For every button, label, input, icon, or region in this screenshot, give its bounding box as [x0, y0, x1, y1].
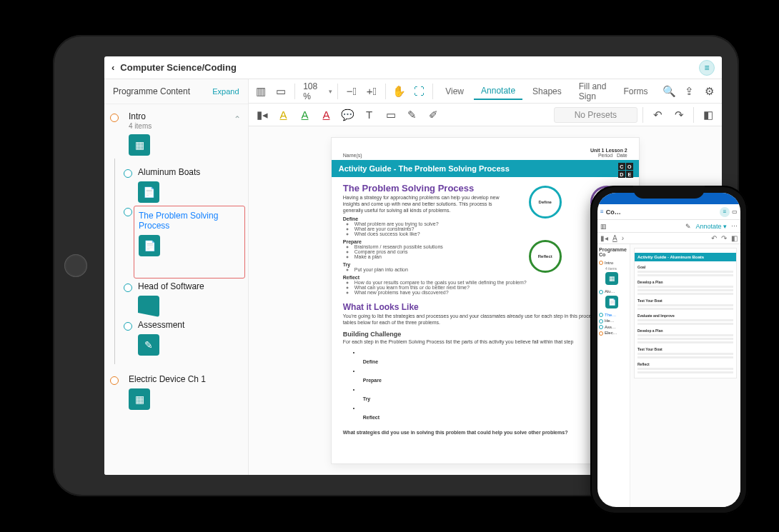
phone-sidebar: Programme Co Intro 4 items ▦ Alu… 📄 The……	[597, 244, 630, 507]
phone-document: Activity Guide - Aluminum Boats Goal Dev…	[634, 248, 737, 378]
tab-forms[interactable]: Forms	[616, 84, 655, 99]
highlight-yellow-icon[interactable]: A	[274, 106, 293, 124]
phone-note-icon[interactable]: ▮◂	[600, 234, 608, 242]
node-title: The Problem Solving Process	[139, 211, 218, 231]
thumbnails-icon[interactable]: ▥	[253, 82, 270, 101]
phone-drawer-button[interactable]: ≡	[720, 207, 730, 217]
callout-icon[interactable]: ▭	[382, 106, 400, 124]
sidebar-header: Programme Content Expand	[104, 79, 248, 104]
bullet-icon	[124, 208, 132, 216]
settings-icon[interactable]: ⚙	[700, 82, 718, 101]
phone-more-icon[interactable]: ⋯	[731, 223, 738, 230]
marker-tool-icon[interactable]: ✐	[425, 106, 443, 124]
layout-icon[interactable]: ▭	[732, 209, 738, 215]
pen-tool-icon[interactable]: ✎	[403, 106, 422, 124]
doc-step-labels: • Define • Prepare • Try • Reflect	[343, 350, 627, 420]
phone-eraser-icon[interactable]: ◧	[731, 234, 738, 242]
highlight-green-icon[interactable]: A	[296, 106, 314, 124]
comment-icon[interactable]: 💬	[339, 106, 357, 124]
phone-annotate-tab[interactable]: Annotate ▾	[695, 223, 727, 230]
phone-next-icon[interactable]: ›	[622, 234, 624, 242]
module-icon: ▦	[129, 388, 150, 410]
phone-banner: Activity Guide - Aluminum Boats	[635, 253, 736, 261]
viewer-toolbar-main: ▥ ▭ 108 % ▾ −⃝ +⃝ ✋ ⛶ View	[249, 79, 722, 104]
phone-pdf-icon: 📄	[605, 296, 618, 308]
phone-node[interactable]: Ass…	[599, 325, 628, 329]
bullet-icon	[124, 322, 132, 331]
doc-banner: Activity Guide - The Problem Solving Pro…	[332, 160, 639, 177]
phone-undo-icon[interactable]: ↶	[711, 234, 717, 242]
tree-node-head-software[interactable]: Head of Software	[124, 281, 245, 317]
phone-thumb-icon[interactable]: ▥	[600, 223, 607, 230]
chevron-up-icon[interactable]: ⌃	[234, 114, 241, 124]
select-tool-icon[interactable]: ⛶	[410, 82, 427, 101]
phone-page-canvas[interactable]: Activity Guide - Aluminum Boats Goal Dev…	[630, 244, 740, 507]
bullet-icon	[124, 283, 132, 292]
phone-toolbar-2: ▮◂ A › ↶ ↷ ◧	[597, 233, 740, 244]
tree-node-electric[interactable]: Electric Device Ch 1 ▦	[110, 374, 245, 410]
note-icon	[138, 296, 159, 317]
phone-node-intro[interactable]: Intro	[599, 261, 628, 265]
back-chevron-icon[interactable]: ‹	[111, 62, 114, 73]
text-tool-icon[interactable]: T	[360, 106, 379, 124]
eraser-icon[interactable]: ◧	[699, 106, 718, 124]
phone-node[interactable]: Elec…	[599, 331, 628, 335]
phone-redo-icon[interactable]: ↷	[721, 234, 727, 242]
highlight-red-icon[interactable]: A	[317, 106, 336, 124]
zoom-in-icon[interactable]: +⃝	[363, 82, 380, 101]
tree-branch: Aluminum Boats 📄 The Problem Solving Pro…	[114, 159, 245, 364]
redo-icon[interactable]: ↷	[670, 106, 688, 124]
phone-crumb-title: Co…	[606, 209, 718, 216]
sidebar-heading: Programme Content	[113, 86, 190, 96]
drawer-toggle-button[interactable]: ≡	[699, 60, 715, 76]
node-title: Intro	[129, 111, 146, 121]
node-title: Assessment	[138, 320, 184, 330]
doc-meta: Name(s) Period Date	[343, 153, 627, 158]
tab-view[interactable]: View	[438, 84, 471, 99]
viewer-toolbar-annotate: ▮◂ A A A 💬 T ▭ ✎ ✐ No Presets ↶ ↷ ◧	[249, 104, 722, 126]
chevron-down-icon[interactable]: ▾	[329, 88, 332, 95]
bullet-icon	[110, 376, 119, 385]
zoom-value[interactable]: 108 %	[300, 81, 327, 101]
tab-annotate[interactable]: Annotate	[474, 83, 522, 100]
bullet-icon	[110, 114, 119, 122]
bullet-icon	[124, 169, 132, 178]
export-icon[interactable]: ⇪	[680, 82, 698, 101]
tree-node-aluminum[interactable]: Aluminum Boats 📄	[124, 167, 245, 203]
tree-node-assessment[interactable]: Assessment ✎	[124, 320, 245, 356]
hand-tool-icon[interactable]: ✋	[391, 82, 408, 101]
phone-highlight-icon[interactable]: A	[612, 234, 617, 242]
meta-period: Period	[598, 153, 612, 158]
meta-name: Name(s)	[343, 153, 362, 158]
preset-selector[interactable]: No Presets	[554, 107, 637, 123]
doc-question: What strategies did you use in solving t…	[343, 430, 627, 436]
phone-node[interactable]: Alu…	[599, 289, 628, 293]
breadcrumb-bar: ‹ Computer Science/Coding ≡	[104, 56, 722, 79]
home-button[interactable]	[64, 254, 87, 277]
tab-fill-sign[interactable]: Fill and Sign	[572, 79, 614, 104]
phone-node[interactable]: He…	[599, 318, 628, 323]
expand-link[interactable]: Expand	[212, 87, 239, 96]
meta-date: Date	[617, 153, 627, 158]
zoom-controls: 108 % ▾	[300, 81, 332, 101]
tab-shapes[interactable]: Shapes	[525, 84, 569, 99]
cycle-reflect: Reflect	[529, 240, 562, 273]
content-tree: Intro ⌃ 4 items ▦ Aluminum Boats 📄	[104, 104, 248, 475]
undo-icon[interactable]: ↶	[648, 106, 667, 124]
code-logo-icon: CODE	[618, 163, 633, 178]
hamburger-icon[interactable]: ≡	[600, 209, 604, 215]
phone-tool-icon[interactable]: ✎	[685, 223, 691, 230]
search-icon[interactable]: 🔍	[660, 82, 678, 101]
programme-sidebar: Programme Content Expand Intro ⌃ 4 items…	[104, 79, 249, 475]
phone-side-heading: Programme Co	[599, 247, 628, 257]
page-layout-icon[interactable]: ▭	[272, 82, 289, 101]
module-icon: ▦	[129, 134, 150, 156]
doc-h2: What it Looks Like	[343, 302, 627, 312]
doc-p2: You're going to list the strategies and …	[343, 313, 627, 326]
phone-node-selected[interactable]: The…	[599, 313, 628, 317]
zoom-out-icon[interactable]: −⃝	[343, 82, 360, 101]
tree-node-problem-solving[interactable]: The Problem Solving Process 📄	[124, 206, 245, 278]
node-subtitle: 4 items	[129, 122, 245, 130]
note-tool-icon[interactable]: ▮◂	[253, 106, 272, 124]
tree-node-intro[interactable]: Intro ⌃ 4 items ▦	[110, 111, 245, 156]
